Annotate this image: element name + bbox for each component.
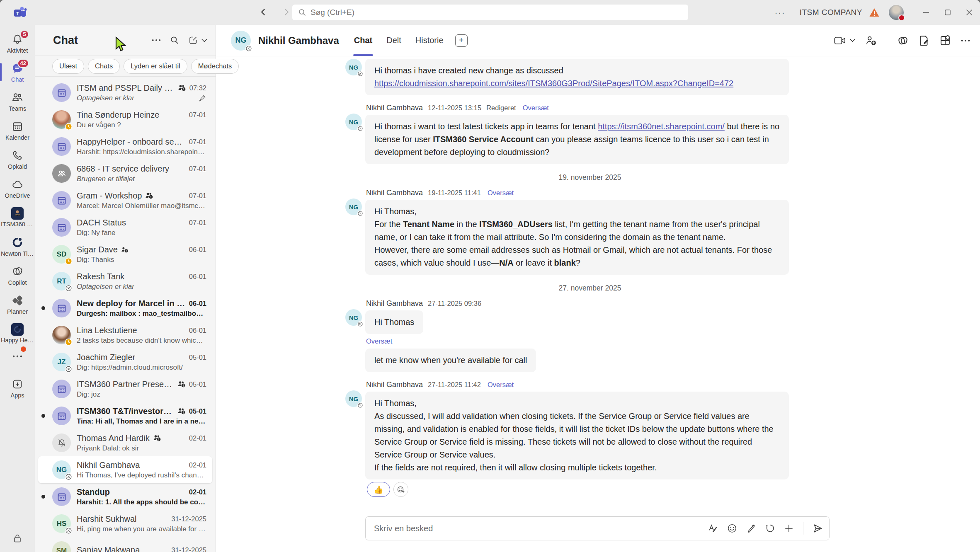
filter-moedechats[interactable]: Mødechats	[191, 59, 239, 74]
close-button[interactable]	[958, 0, 980, 25]
copilot-button[interactable]	[897, 35, 909, 46]
apps-grid-button[interactable]	[939, 35, 951, 46]
list-item[interactable]: DACH Status07-01 Dig: Ny fane	[38, 214, 212, 241]
thumbs-up-reaction[interactable]: 👍	[367, 482, 390, 497]
tab-delt[interactable]: Delt	[386, 25, 401, 56]
message-bubble: Hi thomas i want to test latest tickets …	[365, 115, 789, 164]
back-button[interactable]	[257, 6, 269, 18]
chat-list: ITSM and PSSPL Daily Sync 07:32 Optagels…	[35, 77, 216, 552]
rail-item-newton[interactable]: Newton Tick...	[0, 232, 35, 260]
list-item[interactable]: Lina Lekstutiene06-01 2 tasks tabs becau…	[38, 322, 212, 349]
attach-plus-icon[interactable]	[784, 523, 794, 533]
tab-chat[interactable]: Chat	[354, 25, 372, 56]
minimize-button[interactable]	[915, 0, 937, 25]
presence-offline-badge	[65, 285, 72, 292]
more-button[interactable]	[961, 39, 970, 42]
newton-app-icon	[12, 237, 23, 248]
initials-avatar: HS	[52, 514, 71, 533]
list-item[interactable]: HappyHelper - onboard session07-01 Harsh…	[38, 133, 212, 160]
list-item[interactable]: 6868 - IT service delivery07-01 Brugeren…	[38, 160, 212, 187]
rail-item-apps[interactable]: Apps	[0, 374, 35, 402]
conversation-title: Nikhil Gambhava	[258, 35, 339, 46]
list-item[interactable]: New deploy for Marcel in itsm...06-01 Du…	[38, 295, 212, 322]
translate-link[interactable]: Oversæt	[488, 381, 514, 389]
rail-item-itsm360[interactable]: SUPPORT ITSM360 Sel...	[0, 203, 35, 231]
rail-item-aktivitet[interactable]: 5 Aktivitet	[0, 29, 35, 57]
send-icon[interactable]	[813, 523, 823, 534]
message-bubble: Hi thomas i have created new change as d…	[365, 59, 789, 95]
message-link[interactable]: https://itsm360net.sharepoint.com/	[598, 122, 725, 131]
rail-item-happyhelper[interactable]: Happy Help...	[0, 319, 35, 347]
message-composer[interactable]	[365, 516, 830, 540]
filter-chats[interactable]: Chats	[88, 59, 120, 74]
add-people-button[interactable]	[865, 35, 877, 46]
itsm360-app-icon: SUPPORT	[11, 207, 24, 220]
rail-item-onedrive[interactable]: OneDrive	[0, 174, 35, 202]
phone-icon	[12, 150, 23, 161]
divider	[803, 522, 803, 535]
rail-item-planner[interactable]: Planner	[0, 290, 35, 318]
titlebar-more-button[interactable]: ···	[775, 8, 786, 17]
list-item[interactable]: SD Sigar Dave 06-01 Dig: Thanks	[38, 241, 212, 268]
message-input[interactable]	[374, 524, 708, 533]
people-warning-icon	[121, 246, 129, 253]
chatlist-search-icon[interactable]	[170, 36, 179, 45]
warning-icon[interactable]	[869, 7, 880, 17]
format-icon[interactable]	[708, 523, 718, 534]
meeting-avatar	[52, 407, 71, 425]
search-input[interactable]	[310, 8, 682, 17]
translate-link[interactable]: Oversæt	[523, 104, 549, 112]
add-tab-button[interactable]: +	[455, 34, 468, 47]
list-item-selected[interactable]: NG Nikhil Gambhava02-01 Hi Thomas, I've …	[38, 456, 212, 483]
list-item[interactable]: Thomas And Hardik 02-01 Priyank Dalal: o…	[38, 429, 212, 456]
filter-muted[interactable]: Lyden er slået til	[124, 59, 187, 74]
list-item[interactable]: RT Rakesh Tank06-01 Optagelsen er klar	[38, 268, 212, 295]
translate-link[interactable]: Oversæt	[366, 337, 392, 345]
list-item[interactable]: HS Harshit Sukhwal31-12-2025 Hi, ping me…	[38, 510, 212, 537]
rail-more-button[interactable]	[0, 348, 35, 365]
org-name[interactable]: ITSM COMPANY	[800, 8, 862, 17]
list-item[interactable]: Gram - Workshop 07-01 Marcel: Marcel Ohl…	[38, 187, 212, 214]
tab-historie[interactable]: Historie	[415, 25, 444, 56]
apps-icon	[12, 378, 23, 390]
forward-button[interactable]	[280, 6, 293, 18]
list-item[interactable]: JZ Joachim Ziegler05-01 Dig: https://adm…	[38, 349, 212, 375]
rail-item-chat[interactable]: 42 Chat	[0, 58, 35, 86]
presence-offline-badge	[357, 321, 363, 327]
loop-icon[interactable]	[765, 523, 776, 534]
video-call-button[interactable]	[834, 36, 855, 45]
list-item[interactable]: Tina Sønderup Heinze07-01 Du er vågen ?	[38, 106, 212, 133]
emoji-icon[interactable]	[727, 523, 737, 534]
global-search[interactable]	[292, 5, 688, 20]
rail-item-opkald[interactable]: Opkald	[0, 145, 35, 173]
message-avatar: NG	[345, 59, 362, 75]
filter-ulaest[interactable]: Ulæst	[52, 59, 84, 74]
list-item[interactable]: SM Sanjay Makwana31-12-2025	[38, 537, 212, 552]
message-group: NG Nikhil Gambhava27-11-2025 09:36 Hi Th…	[345, 295, 834, 372]
rail-item-copilot[interactable]: Copilot	[0, 261, 35, 289]
meeting-notes-button[interactable]	[919, 35, 929, 46]
translate-link[interactable]: Oversæt	[488, 189, 514, 197]
svg-text:SUPPORT: SUPPORT	[15, 214, 20, 216]
ai-rewrite-icon[interactable]	[746, 523, 757, 534]
list-item[interactable]: ITSM360 T&T/investors w... 05-01 Tina: H…	[38, 402, 212, 429]
rail-item-kalender[interactable]: Kalender	[0, 116, 35, 144]
conversation-avatar[interactable]: NG	[231, 31, 251, 51]
chatlist-more-button[interactable]	[152, 39, 161, 41]
rail-item-teams[interactable]: Teams	[0, 87, 35, 115]
user-avatar[interactable]	[889, 5, 904, 20]
list-item[interactable]: ITSM and PSSPL Daily Sync 07:32 Optagels…	[38, 79, 212, 106]
add-reaction-button[interactable]	[393, 482, 408, 497]
list-item[interactable]: ITSM360 Partner Presentatio... 05-01 Dig…	[38, 375, 212, 402]
presence-offline-badge	[245, 45, 252, 52]
unread-dot	[41, 414, 45, 418]
list-item[interactable]: Standup02-01 Harshit: 1. All the apps sh…	[38, 483, 212, 510]
maximize-button[interactable]	[937, 0, 958, 25]
presence-busy-badge	[898, 15, 905, 21]
message-avatar: NG	[345, 390, 362, 407]
new-chat-button[interactable]	[188, 35, 207, 45]
notification-dot	[21, 346, 26, 352]
message-link[interactable]: https://cloudmission.sharepoint.com/site…	[374, 79, 733, 88]
people-icon	[11, 91, 24, 104]
presence-away-badge	[65, 123, 72, 130]
